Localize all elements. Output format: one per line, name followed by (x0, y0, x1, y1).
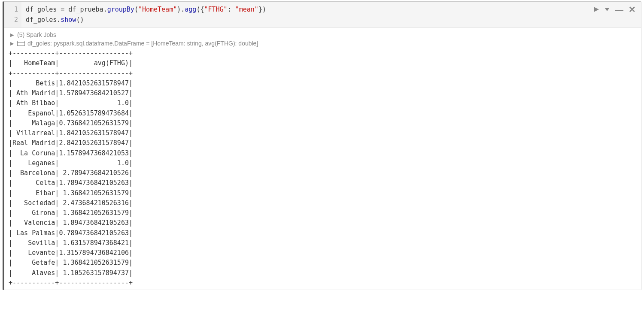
minimize-button[interactable]: — (615, 7, 623, 12)
cell-header: 1 2 df_goles = df_prueba.groupBy("HomeTe… (4, 2, 641, 28)
run-menu-chevron-down-icon[interactable] (605, 7, 610, 12)
code-editor[interactable]: df_goles = df_prueba.groupBy("HomeTeam")… (21, 2, 641, 27)
schema-expander[interactable]: ▶ df_goles: pyspark.sql.dataframe.DataFr… (10, 40, 637, 47)
cell-toolbar: — ✕ (593, 4, 636, 15)
table-icon (17, 41, 25, 46)
spark-jobs-label: (5) Spark Jobs (17, 31, 56, 38)
notebook-cell: 1 2 df_goles = df_prueba.groupBy("HomeTe… (3, 1, 641, 290)
line-gutter: 1 2 (4, 2, 21, 27)
output-area: ▶ (5) Spark Jobs ▶ df_goles: pyspark.sql… (4, 28, 641, 290)
line-number: 1 (6, 4, 18, 15)
svg-marker-1 (605, 8, 609, 11)
close-button[interactable]: ✕ (629, 4, 636, 15)
schema-text: df_goles: pyspark.sql.dataframe.DataFram… (27, 40, 258, 47)
run-button[interactable] (593, 6, 599, 12)
line-number: 2 (6, 15, 18, 25)
svg-marker-0 (594, 7, 599, 12)
spark-jobs-expander[interactable]: ▶ (5) Spark Jobs (10, 31, 637, 38)
chevron-right-icon: ▶ (10, 41, 15, 46)
stdout-output: +-----------+------------------+ | HomeT… (9, 48, 637, 288)
chevron-right-icon: ▶ (10, 32, 15, 38)
